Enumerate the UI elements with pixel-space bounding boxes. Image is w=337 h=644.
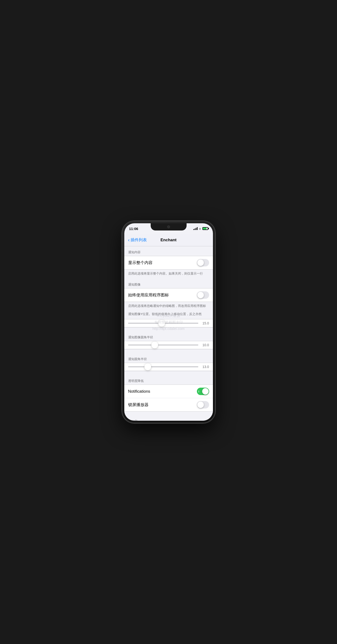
section-header-notice-content: 通知内容 (124, 246, 213, 256)
notch (151, 223, 186, 230)
transparency-group: Notifications I 锁屏播放器 (124, 384, 213, 412)
toggle-knob (197, 402, 204, 408)
signal-icon (193, 227, 198, 230)
slider2-value: 10.0 (201, 343, 209, 347)
section-header-notice-image: 通知图像 (124, 279, 213, 288)
page-title: Enchant (160, 238, 176, 242)
app-icon-desc1: 启用此选项将忽略通知中的缩略图，而改用应用程序图标 (124, 302, 213, 311)
notifications-label: Notifications (128, 389, 150, 394)
chevron-left-icon: ‹ (128, 237, 130, 243)
status-time: 11:06 (129, 227, 138, 231)
slider1-row[interactable]: 15.0 (124, 319, 213, 327)
slider1-track[interactable] (128, 323, 198, 324)
toggle-knob (202, 388, 208, 394)
slider3-group: 13.0 (124, 363, 213, 371)
slider3-track[interactable] (128, 366, 198, 367)
always-use-app-icon-label: 始终使用应用程序图标 (128, 292, 169, 298)
front-camera (167, 226, 170, 228)
notifications-row[interactable]: Notifications I (124, 385, 213, 398)
slider1-value: 15.0 (201, 321, 209, 325)
app-icon-desc2: 通知图像Y位置。较低的值将向上移动位置，反之亦然 (124, 311, 213, 319)
phone-frame: 11:06 ⌾ ‹ 插件列表 Enchant (122, 221, 215, 423)
toggle-knob (197, 292, 204, 298)
wifi-icon: ⌾ (199, 227, 201, 230)
show-full-content-toggle[interactable] (197, 259, 209, 266)
settings-scroll[interactable]: 通知内容 显示整个内容 启用此选项将显示整个内容。如果关闭，则仅显示一行 通知图… (124, 246, 213, 421)
status-icons: ⌾ (193, 227, 208, 230)
slider2-track[interactable] (128, 344, 198, 346)
notifications-toggle[interactable]: I (197, 388, 209, 395)
back-label: 插件列表 (130, 237, 147, 243)
slider3-row[interactable]: 13.0 (124, 363, 213, 371)
lock-screen-player-toggle[interactable] (197, 401, 209, 408)
slider1-group: 15.0 (124, 319, 213, 328)
navigation-bar: ‹ 插件列表 Enchant (124, 234, 213, 246)
toggle-knob (197, 260, 204, 266)
lock-screen-player-label: 锁屏播放器 (128, 402, 148, 408)
power-button[interactable] (215, 254, 215, 269)
battery-icon (202, 227, 208, 230)
show-full-content-label: 显示整个内容 (128, 260, 152, 266)
volume-up-button[interactable] (122, 252, 122, 261)
lock-screen-player-row[interactable]: 锁屏播放器 (124, 398, 213, 411)
slider2-row[interactable]: 10.0 (124, 341, 213, 349)
phone-screen: 11:06 ⌾ ‹ 插件列表 Enchant (124, 223, 213, 421)
slider3-value: 13.0 (201, 365, 209, 369)
always-use-app-icon-row[interactable]: 始终使用应用程序图标 (124, 288, 213, 302)
notice-content-group: 显示整个内容 (124, 256, 213, 270)
always-use-app-icon-toggle[interactable] (197, 291, 209, 299)
slider2-group: 10.0 (124, 341, 213, 349)
show-full-content-row[interactable]: 显示整个内容 (124, 256, 213, 269)
section-header-corner-radius: 通知圆角半径 (124, 353, 213, 363)
silent-button[interactable] (122, 242, 122, 250)
back-button[interactable]: ‹ 插件列表 (128, 237, 147, 243)
volume-down-button[interactable] (122, 264, 122, 272)
notice-image-group: 始终使用应用程序图标 (124, 288, 213, 302)
section-header-image-radius: 通知图像圆角半径 (124, 331, 213, 341)
section-header-transparency: 透明度降低 (124, 375, 213, 384)
show-full-content-desc: 启用此选项将显示整个内容。如果关闭，则仅显示一行 (124, 270, 213, 279)
section-header-bold: 粗体字 (124, 416, 213, 421)
